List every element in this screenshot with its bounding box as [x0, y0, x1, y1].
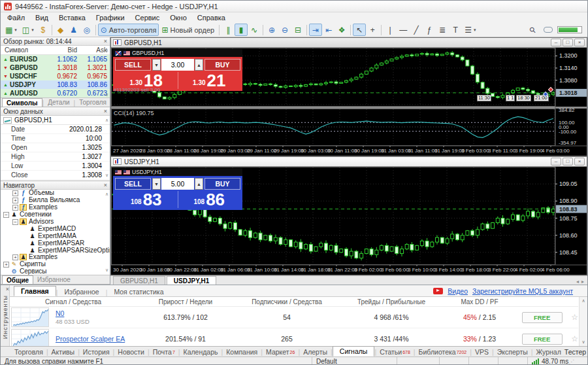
- buy-price[interactable]: 10886: [178, 191, 241, 208]
- dropdown-caret-icon[interactable]: ▾: [474, 27, 476, 33]
- signals-tab-0[interactable]: Главная: [14, 286, 56, 296]
- close-icon[interactable]: ×: [104, 182, 107, 188]
- toolbox-tab-2[interactable]: История: [80, 348, 113, 356]
- volume-increase-button[interactable]: ▲: [195, 59, 203, 71]
- column-bid[interactable]: Bid: [50, 46, 80, 54]
- tree-item[interactable]: −♟Advisors: [1, 218, 110, 226]
- close-icon[interactable]: ×: [574, 39, 585, 46]
- tile-windows-button[interactable]: ⊟: [291, 24, 304, 36]
- video-link[interactable]: Видео: [448, 287, 468, 295]
- scroll-down-icon[interactable]: ∨: [105, 173, 108, 177]
- chart-canvas-area[interactable]: 109.05108.90108.75108.60108.45108.8330 J…: [111, 167, 587, 275]
- sell-button[interactable]: SELL: [115, 59, 151, 71]
- toolbox-tab-10[interactable]: Статьи678: [376, 348, 414, 356]
- tree-item[interactable]: +✎Скрипты: [1, 261, 110, 268]
- scroll-up-icon[interactable]: ∧: [105, 118, 108, 122]
- scroll-left-icon[interactable]: ◂: [576, 279, 579, 285]
- tree-item[interactable]: +ƒОбъемы: [1, 190, 110, 197]
- resize-grip-icon[interactable]: ⋰: [568, 358, 576, 365]
- chart-tab-0[interactable]: GBPUSD,H1: [113, 276, 165, 285]
- scroll-up-icon[interactable]: ∧: [581, 298, 585, 304]
- volume-decrease-button[interactable]: ▼: [152, 178, 161, 190]
- toolbox-tab-11[interactable]: Библиотека7202: [416, 348, 470, 356]
- navigator-tab-1[interactable]: Избранное: [33, 275, 74, 284]
- candles-button[interactable]: ▮: [235, 24, 248, 36]
- expand-icon[interactable]: +: [3, 262, 9, 268]
- tree-item[interactable]: ♟ExpertMAPSARSizeOptim: [1, 247, 110, 254]
- buy-button[interactable]: BUY: [204, 178, 240, 190]
- subscribe-free-button[interactable]: FREE: [522, 334, 563, 345]
- market-watch-toggle-button[interactable]: ◆: [54, 24, 67, 36]
- market-watch-row[interactable]: ▼GBPUSD1.30181.3021: [1, 63, 110, 72]
- toolbox-tab-0[interactable]: Торговля: [11, 348, 46, 356]
- fibo-button[interactable]: ƒ: [423, 24, 436, 36]
- text-button[interactable]: T: [449, 24, 462, 36]
- menu-Сервис[interactable]: Сервис: [130, 13, 165, 22]
- expand-icon[interactable]: +: [12, 254, 18, 260]
- menu-Справка[interactable]: Справка: [192, 13, 231, 22]
- expand-icon[interactable]: +: [12, 190, 18, 196]
- tree-item[interactable]: ⚙Сервисы: [1, 268, 110, 275]
- collapse-icon[interactable]: −: [12, 219, 18, 225]
- vertical-line-button[interactable]: |: [384, 24, 397, 36]
- toolbox-tab-8[interactable]: Алерты: [300, 348, 331, 356]
- scroll-down-icon[interactable]: ∨: [105, 268, 108, 272]
- toolbox-tab-4[interactable]: Почта7: [150, 348, 178, 356]
- signals-tab-1[interactable]: Избранное: [57, 287, 105, 296]
- toolbox-tab-13[interactable]: Эксперты: [494, 348, 531, 356]
- tree-item[interactable]: +ƒExamples: [1, 204, 110, 211]
- scroll-down-icon[interactable]: ∨: [581, 339, 585, 345]
- scroll-down-icon[interactable]: ∨: [105, 92, 108, 97]
- scroll-up-icon[interactable]: ∧: [105, 192, 108, 196]
- new-chart-button[interactable]: ▦▾: [3, 24, 20, 36]
- maximize-icon[interactable]: □: [563, 39, 573, 46]
- toolbox-tab-12[interactable]: VPS: [472, 348, 492, 356]
- dropdown-caret-icon[interactable]: ▾: [14, 27, 17, 33]
- favorite-star-icon[interactable]: ☆: [571, 334, 578, 343]
- market-watch-row[interactable]: ▼USDCHF0.96720.9675: [1, 72, 110, 80]
- sell-button[interactable]: SELL: [115, 178, 151, 190]
- trendline-button[interactable]: ╱: [410, 24, 423, 36]
- status-profile[interactable]: Default: [312, 357, 397, 365]
- expand-icon[interactable]: +: [12, 198, 18, 203]
- market-watch-tab-0[interactable]: Символы: [2, 98, 42, 107]
- menu-Графики[interactable]: Графики: [91, 13, 130, 22]
- horizontal-line-button[interactable]: —: [397, 24, 410, 36]
- scroll-right-icon[interactable]: ▸: [581, 279, 584, 285]
- signals-scrollbar[interactable]: ∧ ∨: [579, 297, 587, 346]
- minimize-icon[interactable]: –: [551, 158, 561, 165]
- crosshair-button[interactable]: +: [366, 24, 379, 36]
- search-button[interactable]: ⚲: [526, 24, 539, 36]
- toolbox-tab-14[interactable]: Журнал: [532, 348, 564, 356]
- signal-row[interactable]: N048 033 USD613.79% / 102544 968 /61%45%…: [10, 307, 578, 328]
- toolbox-tab-9[interactable]: Сигналы: [333, 346, 375, 356]
- templates-button[interactable]: ❖: [335, 24, 348, 36]
- objects-button[interactable]: ☰▾: [462, 24, 478, 36]
- column-symbol[interactable]: Символ: [1, 46, 50, 54]
- zoom-in-button[interactable]: ⊕: [265, 24, 278, 36]
- menu-Окно[interactable]: Окно: [165, 13, 192, 22]
- market-watch-tab-2[interactable]: Торговля: [75, 98, 110, 107]
- chart-shift-button[interactable]: ⇥: [309, 24, 322, 36]
- autotrade-button[interactable]: ⊙Авто-торговля: [98, 24, 159, 36]
- line-chart-button[interactable]: ∿: [248, 24, 261, 36]
- tree-item[interactable]: +♟Examples: [1, 254, 110, 261]
- collapse-icon[interactable]: −: [3, 212, 9, 218]
- levels-button[interactable]: ≣: [436, 24, 449, 36]
- toolbox-tab-7[interactable]: Маркет26: [263, 348, 298, 356]
- favorite-star-icon[interactable]: ☆: [571, 313, 578, 322]
- strategy-tester-tab[interactable]: Тестер стратегий: [564, 348, 588, 356]
- menu-Вид[interactable]: Вид: [30, 13, 54, 22]
- tree-item[interactable]: +ƒБилла Вильямса: [1, 197, 110, 204]
- expand-icon[interactable]: +: [12, 205, 18, 211]
- new-order-button[interactable]: ⊞Новый ордер: [159, 24, 217, 36]
- toolbox-tab-5[interactable]: Календарь: [180, 348, 221, 356]
- menu-Файл[interactable]: Файл: [2, 13, 30, 22]
- bars-button[interactable]: ∥: [221, 24, 235, 36]
- tree-item[interactable]: ♟ExpertMAPSAR: [1, 239, 110, 247]
- market-watch-tab-1[interactable]: Детали: [44, 98, 73, 107]
- chart-canvas-area[interactable]: CCI(14) 190.75384.82100.000.00-100.00-35…: [111, 48, 587, 156]
- close-icon[interactable]: ×: [104, 109, 107, 114]
- close-icon[interactable]: ×: [574, 158, 585, 165]
- chart-tab-1[interactable]: USDJPY,H1: [167, 276, 216, 285]
